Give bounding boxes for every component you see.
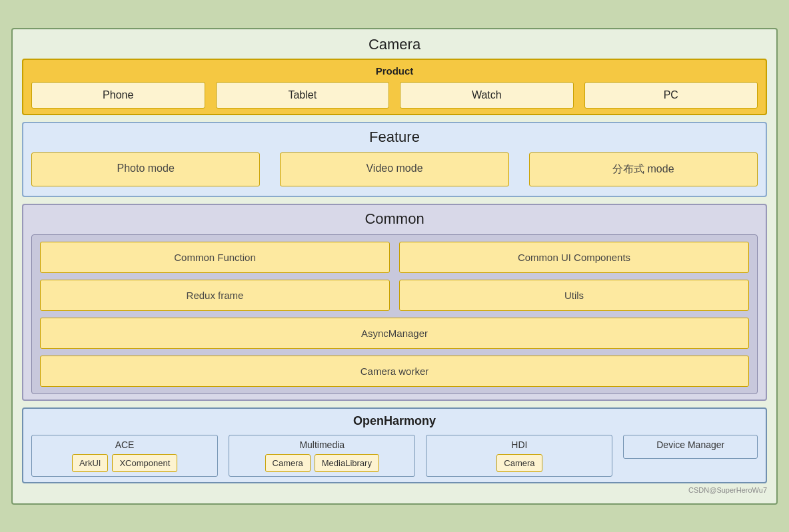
oh-multimedia-items: Camera MediaLibrary: [235, 454, 409, 472]
oh-items: ACE ArkUI XComponent Multimedia Camera M…: [31, 435, 758, 477]
product-tablet: Tablet: [216, 82, 390, 109]
feature-items: Photo mode Video mode 分布式 mode: [31, 152, 758, 190]
common-inner: Common Function Common UI Components Red…: [31, 234, 758, 394]
common-worker: Camera worker: [40, 356, 749, 387]
oh-ace-xcomponent: XComponent: [112, 454, 177, 472]
oh-title: OpenHarmony: [31, 414, 758, 428]
oh-multimedia-group: Multimedia Camera MediaLibrary: [229, 435, 415, 477]
oh-hdi-camera: Camera: [496, 454, 542, 472]
product-watch: Watch: [400, 82, 574, 109]
oh-devicemanager-group: Device Manager: [623, 435, 758, 459]
common-row2: Redux frame Utils: [40, 280, 749, 311]
oh-multimedia-medialibrary: MediaLibrary: [315, 454, 379, 472]
oh-hdi-group: HDI Camera: [426, 435, 612, 477]
feature-video: Video mode: [280, 152, 508, 186]
oh-ace-group: ACE ArkUI XComponent: [31, 435, 218, 477]
product-phone: Phone: [31, 82, 205, 109]
oh-devicemanager-label: Device Manager: [629, 439, 752, 450]
common-redux: Redux frame: [40, 280, 390, 311]
product-section: Product Phone Tablet Watch PC: [22, 59, 767, 115]
product-title: Product: [31, 65, 758, 77]
common-title: Common: [31, 210, 758, 228]
oh-multimedia-label: Multimedia: [235, 439, 409, 450]
oh-ace-label: ACE: [37, 439, 212, 450]
product-pc: PC: [584, 82, 758, 109]
oh-ace-arkui: ArkUI: [72, 454, 109, 472]
common-section: Common Common Function Common UI Compone…: [22, 204, 767, 401]
common-utils: Utils: [399, 280, 749, 311]
openharmony-section: OpenHarmony ACE ArkUI XComponent Multime…: [22, 407, 767, 483]
common-function: Common Function: [40, 242, 390, 273]
feature-title: Feature: [31, 129, 758, 146]
feature-section: Feature Photo mode Video mode 分布式 mode: [22, 122, 767, 197]
feature-distributed: 分布式 mode: [529, 152, 758, 186]
oh-multimedia-camera: Camera: [265, 454, 311, 472]
oh-hdi-items: Camera: [432, 454, 606, 472]
feature-photo: Photo mode: [31, 152, 260, 186]
outer-container: Camera Product Phone Tablet Watch PC Fea…: [11, 28, 778, 505]
outer-title: Camera: [22, 36, 767, 53]
oh-hdi-label: HDI: [432, 439, 606, 450]
oh-ace-items: ArkUI XComponent: [37, 454, 212, 472]
common-row1: Common Function Common UI Components: [40, 242, 749, 273]
product-items: Phone Tablet Watch PC: [31, 82, 758, 109]
common-async: AsyncManager: [40, 318, 749, 349]
watermark: CSDN@SuperHeroWu7: [22, 486, 767, 494]
common-ui-components: Common UI Components: [399, 242, 749, 273]
